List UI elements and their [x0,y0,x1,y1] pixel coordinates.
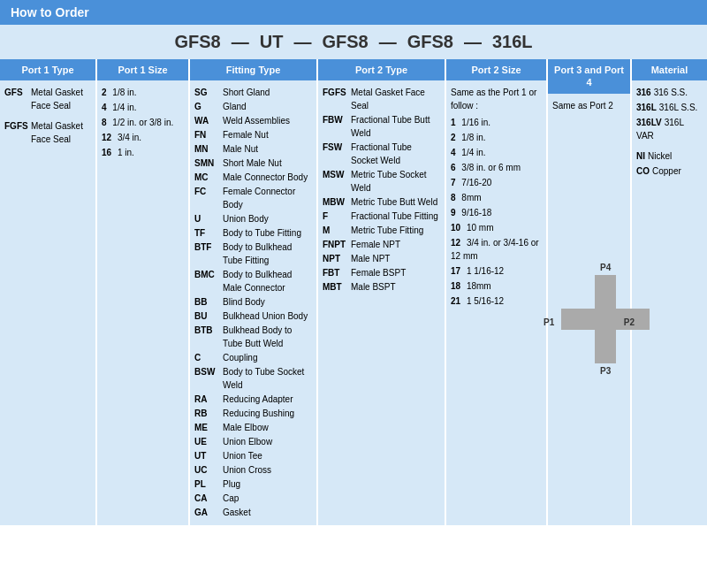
col-port34-header: Port 3 and Port 4 [548,59,630,94]
list-item: 2 1/8 in. [102,86,184,99]
list-item: UUnion Body [194,212,312,225]
port34-intro: Same as Port 2 [552,99,626,112]
list-item: BBBlind Body [194,295,312,309]
list-item: UEUnion Elbow [194,435,312,448]
list-item: MCMale Connector Body [194,171,312,184]
size-num: 4 [102,103,107,112]
col-port34-content: Same as Port 2 P4 P1 P2 P3 [548,94,630,526]
list-item: 6 3/8 in. or 6 mm [451,161,542,174]
size-num: 2 [102,88,107,97]
list-item: 12 3/4 in. or 3/4-16 or 12 mm [451,236,542,263]
list-item: BUBulkhead Union Body [194,309,312,323]
port4-label: P4 [600,261,611,274]
list-item: 4 1/4 in. [102,101,184,114]
list-item: MBWMetric Tube Butt Weld [323,195,440,209]
list-item: MSWMetric Tube Socket Weld [323,168,440,195]
list-item: TFBody to Tube Fitting [194,226,312,240]
col-material-header: Material [632,59,707,80]
list-item: GFS Metal Gasket Face Seal [4,86,91,112]
model-dash-3: — [376,32,400,52]
size-num: 10 [451,223,460,233]
list-item: 17 1 1/16-12 [451,264,542,278]
model-seg-1: GFS8 [167,32,227,52]
list-item: 16 1 in. [102,146,184,159]
col-port34: Port 3 and Port 4 Same as Port 2 P4 P1 P… [548,59,632,525]
size-num: 4 [451,148,456,157]
entry-code: FGFS [4,119,31,146]
list-item: 10 10 mm [451,221,542,234]
col-fitting-type: Fitting Type SGShort Gland GGland WAWeld… [190,59,318,525]
size-num: 8 [102,118,107,127]
col-port2-type-content: FGFSMetal Gasket Face Seal FBWFractional… [318,80,445,525]
list-item: FNFemale Nut [194,128,312,141]
list-item: FNPTFemale NPT [323,238,440,251]
cross-diagram-container: P4 P1 P2 P3 [552,119,626,521]
size-num: 8 [451,193,456,202]
list-item: COCopper [636,164,703,178]
port1-label: P1 [544,316,554,329]
list-item: 2 1/8 in. [451,131,542,144]
model-seg-3: GFS8 [315,32,375,52]
col-port2-size: Port 2 Size Same as the Port 1 or follow… [446,59,548,525]
list-item: MMetric Tube Fitting [323,224,440,237]
list-item: 12 3/4 in. [102,131,184,144]
list-item: CCoupling [194,351,312,364]
list-item: NINickel [636,149,703,163]
col-port1-size-header: Port 1 Size [97,59,188,80]
list-item: 4 1/4 in. [451,146,542,159]
list-item: RAReducing Adapter [194,393,312,406]
col-port2-type-header: Port 2 Type [318,59,445,80]
size-num: 12 [451,238,460,248]
list-item: GAGasket [194,506,312,519]
model-seg-4: GFS8 [400,32,460,52]
size-num: 7 [451,178,456,187]
list-item: WAWeld Assemblies [194,114,312,127]
model-seg-2: UT [253,32,291,52]
col-port1-size-content: 2 1/8 in. 4 1/4 in. 8 1/2 in. or 3/8 in.… [97,80,188,525]
list-item: PLPlug [194,477,312,491]
col-material-content: 316316 S.S. 316L316L S.S. 316LV316L VAR … [632,80,707,525]
page-title: How to Order [0,0,707,25]
model-seg-5: 316L [485,32,540,52]
list-item: BMCBody to Bulkhead Male Connector [194,268,312,294]
model-dash-1: — [228,32,253,52]
list-item: MEMale Elbow [194,421,312,434]
model-dash-4: — [460,32,485,52]
list-item: UTUnion Tee [194,449,312,462]
list-item: BTBBulkhead Body to Tube Butt Weld [194,324,312,350]
list-item: 9 9/16-18 [451,206,542,219]
size-num: 1 [451,118,456,127]
list-item: SGShort Gland [194,86,312,99]
list-item: SMNShort Male Nut [194,157,312,170]
list-item: 8 8mm [451,191,542,204]
list-item: CACap [194,492,312,505]
columns-container: Port 1 Type GFS Metal Gasket Face Seal F… [0,59,707,525]
col-port1-type-content: GFS Metal Gasket Face Seal FGFS Metal Ga… [0,80,95,525]
col-port2-type: Port 2 Type FGFSMetal Gasket Face Seal F… [318,59,446,525]
list-item: BTFBody to Bulkhead Tube Fitting [194,241,312,267]
col-port1-size: Port 1 Size 2 1/8 in. 4 1/4 in. 8 1/2 in… [97,59,190,525]
port3-label: P3 [600,364,611,378]
entry-desc: Metal Gasket Face Seal [31,119,91,146]
size-num: 17 [451,266,460,276]
list-item: RBReducing Bushing [194,407,312,420]
list-item: 1 1/16 in. [451,116,542,129]
list-item: 21 1 5/16-12 [451,294,542,308]
list-item: 18 18mm [451,279,542,293]
size-num: 21 [451,296,460,306]
list-item: 7 7/16-20 [451,176,542,189]
port2-label: P2 [624,316,635,329]
list-item: BSWBody to Tube Socket Weld [194,365,312,392]
list-item: FBWFractional Tube Butt Weld [323,113,440,140]
size-num: 6 [451,163,456,172]
list-item: MNMale Nut [194,142,312,156]
list-item: 316LV316L VAR [636,116,703,142]
cross-diagram: P4 P1 P2 P3 [561,275,617,363]
size-num: 12 [102,133,111,142]
list-item: FFractional Tube Fitting [323,210,440,223]
entry-code: GFS [4,86,31,112]
size-num: 2 [451,133,456,142]
col-port1-type-header: Port 1 Type [0,59,95,80]
col-port2-size-header: Port 2 Size [446,59,546,80]
list-item: 316L316L S.S. [636,101,703,114]
